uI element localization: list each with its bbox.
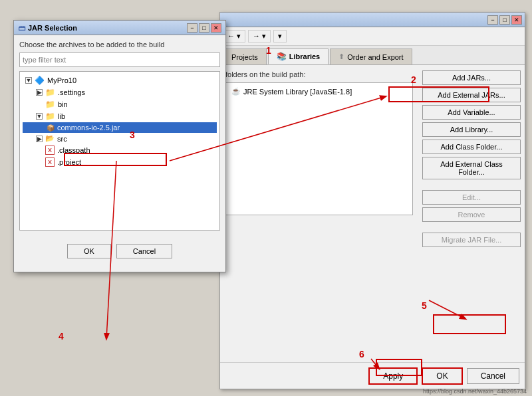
toggle-myproject[interactable]: ▼ (25, 77, 32, 84)
edit-button[interactable]: Edit... (422, 190, 521, 205)
tree-label-classpath: .classpath (57, 146, 90, 154)
tree-item-commons-io[interactable]: 📦 commons-io-2.5.jar (23, 122, 217, 133)
tab-libraries[interactable]: 📚 Libraries (268, 49, 329, 64)
main-toolbar: ← ▾ → ▾ ▾ (220, 27, 525, 46)
dialog-cancel-button[interactable]: Cancel (116, 244, 172, 258)
tree-item-project-file[interactable]: X .project (23, 156, 217, 168)
dialog-close-btn[interactable]: ✕ (211, 23, 221, 33)
dialog-minimize-btn[interactable]: − (187, 23, 198, 33)
tree-label-project-file: .project (57, 158, 81, 166)
project-file-icon: X (45, 157, 55, 167)
migrate-jar-button[interactable]: Migrate JAR File... (422, 233, 521, 247)
add-jars-button[interactable]: Add JARs... (422, 70, 521, 85)
main-minimize-btn[interactable]: − (487, 15, 498, 25)
src-icon: 📂 (45, 134, 55, 143)
main-close-btn[interactable]: ✕ (511, 15, 522, 25)
watermark: https://blog.csdn.net/waxin_44b265734 (423, 388, 527, 395)
main-maximize-btn[interactable]: □ (499, 15, 510, 25)
jar-selection-dialog[interactable]: 🗃 JAR Selection − □ ✕ Choose the archive… (13, 20, 226, 272)
remove-button[interactable]: Remove (422, 207, 521, 222)
folder-icon-bin: 📁 (45, 100, 55, 109)
tree-item-bin[interactable]: 📁 bin (23, 98, 217, 110)
panel-label: folders on the build path: (225, 70, 413, 78)
dialog-bottom: OK Cancel (14, 239, 225, 264)
add-library-button[interactable]: Add Library... (422, 122, 521, 137)
tree-label-lib: lib (58, 112, 65, 120)
main-cancel-button[interactable]: Cancel (467, 368, 519, 384)
dropdown-btn[interactable]: ▾ (273, 30, 287, 43)
tree-label-bin: bin (58, 100, 68, 108)
main-window: − □ ✕ ← ▾ → ▾ ▾ Projects 📚 Libraries ⬆ O… (219, 12, 525, 389)
main-titlebar: − □ ✕ (220, 13, 525, 27)
tab-order-label: Order and Export (347, 53, 403, 61)
tab-order[interactable]: ⬆ Order and Export (330, 49, 412, 64)
annotation-4: 4 (59, 331, 64, 342)
main-window-controls: − □ ✕ (487, 15, 522, 25)
back-btn[interactable]: ← ▾ (223, 30, 245, 43)
content-area: folders on the build path: ☕ JRE System … (220, 65, 525, 378)
dialog-title: 🗃 JAR Selection (18, 24, 77, 32)
tree-label-myproject: MyPro10 (47, 76, 76, 84)
dialog-maximize-btn[interactable]: □ (199, 23, 209, 33)
dialog-ok-button[interactable]: OK (67, 244, 111, 258)
folder-icon-settings: 📁 (45, 88, 55, 97)
apply-button[interactable]: Apply (368, 367, 418, 385)
tab-projects[interactable]: Projects (223, 49, 267, 64)
tree-item-lib[interactable]: ▼ 📁 lib (23, 110, 217, 122)
tab-order-icon: ⬆ (338, 52, 344, 61)
jar-icon-commons: 📦 (47, 124, 55, 132)
dialog-subtitle: Choose the archives to be added to the b… (19, 41, 220, 49)
jar-icon: 🗃 (18, 24, 25, 32)
add-class-folder-button[interactable]: Add Class Folder... (422, 140, 521, 154)
tree-label-settings: .settings (58, 88, 85, 96)
tree-item-settings[interactable]: ▶ 📁 .settings (23, 86, 217, 98)
bottom-bar: Apply OK Cancel (220, 362, 525, 389)
jre-icon: ☕ (231, 87, 241, 96)
buttons-panel: Add JARs... Add External JARs... Add Var… (418, 65, 525, 378)
dialog-controls: − □ ✕ (187, 23, 221, 33)
forward-btn[interactable]: → ▾ (248, 30, 271, 43)
tree-item-classpath[interactable]: X .classpath (23, 144, 217, 156)
tree-label-src: src (57, 135, 67, 143)
add-variable-button[interactable]: Add Variable... (422, 105, 521, 120)
dialog-content: Choose the archives to be added to the b… (14, 35, 225, 236)
tab-libraries-label: Libraries (289, 52, 320, 60)
tabs-container: Projects 📚 Libraries ⬆ Order and Export (220, 46, 525, 65)
tree-label-commons-io: commons-io-2.5.jar (57, 124, 120, 132)
add-ext-class-folder-button[interactable]: Add External Class Folder... (422, 157, 521, 179)
project-tree[interactable]: ▼ 🔷 MyPro10 ▶ 📁 .settings 📁 bin ▼ 📁 lib (19, 71, 220, 231)
project-icon: 🔷 (35, 76, 45, 85)
folder-icon-lib: 📁 (45, 112, 55, 121)
add-external-jars-button[interactable]: Add External JARs... (422, 88, 521, 102)
toggle-settings[interactable]: ▶ (36, 89, 43, 96)
libraries-tab-icon: 📚 (277, 52, 287, 61)
search-input[interactable] (19, 52, 220, 67)
build-path-list: ☕ JRE System Library [JavaSE-1.8] (225, 82, 413, 215)
toggle-lib[interactable]: ▼ (36, 113, 43, 120)
dialog-titlebar: 🗃 JAR Selection − □ ✕ (14, 21, 225, 35)
tree-item-myproject[interactable]: ▼ 🔷 MyPro10 (23, 74, 217, 86)
classpath-icon: X (45, 146, 55, 155)
jre-label: JRE System Library [JavaSE-1.8] (243, 88, 352, 96)
libraries-panel: folders on the build path: ☕ JRE System … (220, 65, 418, 378)
tab-projects-label: Projects (231, 53, 258, 61)
toggle-src[interactable]: ▶ (36, 136, 43, 142)
tree-item-src[interactable]: ▶ 📂 src (23, 133, 217, 144)
build-path-item-jre[interactable]: ☕ JRE System Library [JavaSE-1.8] (229, 86, 410, 97)
main-ok-button[interactable]: OK (422, 367, 462, 385)
